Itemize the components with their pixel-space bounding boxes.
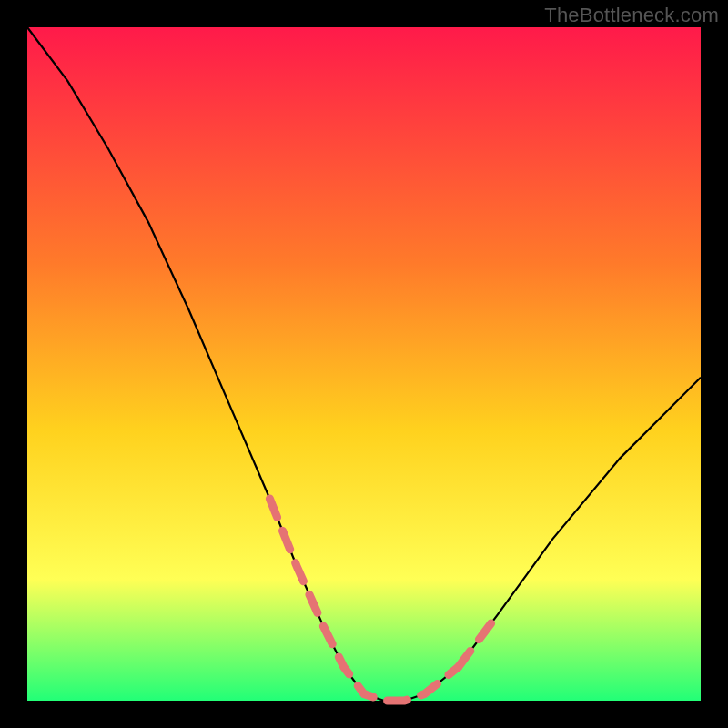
bottleneck-chart [0, 0, 728, 728]
chart-frame: TheBottleneck.com [0, 0, 728, 728]
plot-background [27, 27, 701, 701]
